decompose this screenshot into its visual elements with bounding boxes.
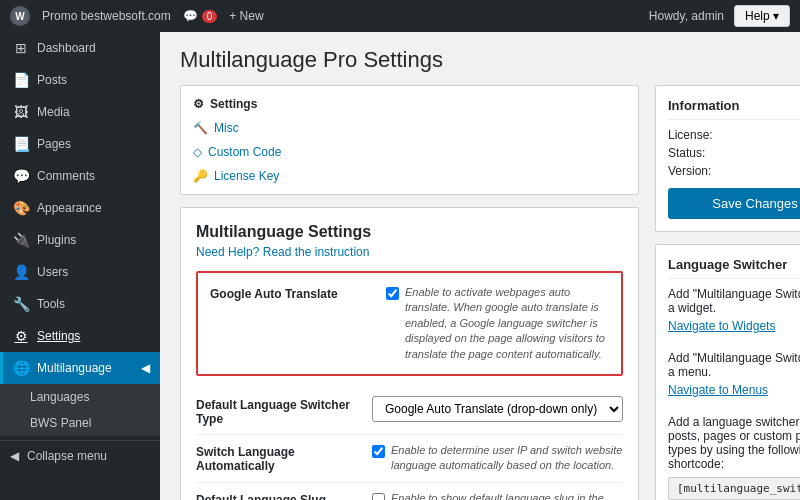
default-language-slug-row: Default Language Slug Enable to show def… xyxy=(196,483,623,500)
multilanguage-submenu: Languages BWS Panel xyxy=(0,384,160,436)
status-row: Status: Active xyxy=(668,146,800,160)
settings-help-text: Need Help? Read the instruction xyxy=(196,245,623,259)
plugins-icon: 🔌 xyxy=(13,232,29,248)
subnav-license-key[interactable]: 🔑 License Key xyxy=(181,164,638,188)
sidebar-item-label: Plugins xyxy=(37,233,76,247)
help-button[interactable]: Help ▾ xyxy=(734,5,790,27)
switch-language-automatically-label: Switch Language Automatically xyxy=(196,443,356,473)
sidebar-item-appearance[interactable]: 🎨 Appearance xyxy=(0,192,160,224)
sidebar-item-tools[interactable]: 🔧 Tools xyxy=(0,288,160,320)
admin-bar-left: W Promo bestwebsoft.com 💬 0 + New xyxy=(10,6,264,26)
subnav-settings-label: Settings xyxy=(210,97,257,111)
google-auto-translate-section: Google Auto Translate Enable to activate… xyxy=(196,271,623,376)
admin-bar-new[interactable]: + New xyxy=(229,9,263,23)
subnav-custom-code-label: Custom Code xyxy=(208,145,281,159)
sidebar-item-pages[interactable]: 📃 Pages xyxy=(0,128,160,160)
navigate-to-widgets-link[interactable]: Navigate to Widgets xyxy=(668,319,775,333)
sidebar-item-posts[interactable]: 📄 Posts xyxy=(0,64,160,96)
page-title: Multilanguage Pro Settings xyxy=(180,47,780,73)
sidebar-item-dashboard[interactable]: ⊞ Dashboard xyxy=(0,32,160,64)
sidebar-item-label: Users xyxy=(37,265,68,279)
content-area: ⚙ Settings 🔨 Misc ◇ Custom Code 🔑 Licens… xyxy=(180,85,780,500)
sidebar-item-label: Dashboard xyxy=(37,41,96,55)
sidebar-subitem-languages[interactable]: Languages xyxy=(0,384,160,410)
sidebar-item-settings[interactable]: ⚙ Settings xyxy=(0,320,160,352)
version-row: Version: 1.3.7 xyxy=(668,164,800,178)
sidebar-item-users[interactable]: 👤 Users xyxy=(0,256,160,288)
settings-box: Multilanguage Settings Need Help? Read t… xyxy=(180,207,639,500)
google-translate-desc: Enable to activate webpages auto transla… xyxy=(405,285,609,362)
sidebar-subitem-bws-panel[interactable]: BWS Panel xyxy=(0,410,160,436)
howdy-label: Howdy, admin xyxy=(649,9,724,23)
subnav-settings[interactable]: ⚙ Settings xyxy=(181,92,638,116)
navigate-to-menus-link[interactable]: Navigate to Menus xyxy=(668,383,768,397)
google-translate-checkbox[interactable] xyxy=(386,287,399,300)
pages-icon: 📃 xyxy=(13,136,29,152)
wp-logo: W xyxy=(10,6,30,26)
collapse-menu-button[interactable]: ◀ Collapse menu xyxy=(0,440,160,471)
sub-nav: ⚙ Settings 🔨 Misc ◇ Custom Code 🔑 Licens… xyxy=(180,85,639,195)
switch-language-desc: Enable to determine user IP and switch w… xyxy=(391,443,623,474)
sidebar-item-comments[interactable]: 💬 Comments xyxy=(0,160,160,192)
collapse-label: Collapse menu xyxy=(27,449,107,463)
collapse-icon: ◀ xyxy=(10,449,19,463)
default-language-switcher-row: Default Language Switcher Type Google Au… xyxy=(196,388,623,435)
posts-icon: 📄 xyxy=(13,72,29,88)
save-changes-button[interactable]: Save Changes xyxy=(668,188,800,219)
settings-icon: ⚙ xyxy=(13,328,29,344)
sidebar-item-multilanguage[interactable]: 🌐 Multilanguage ◀ xyxy=(0,352,160,384)
misc-nav-icon: 🔨 xyxy=(193,121,208,135)
version-label: Version: xyxy=(668,164,711,178)
information-panel: Information License: Pro Status: Active … xyxy=(655,85,800,232)
custom-code-nav-icon: ◇ xyxy=(193,145,202,159)
switch-language-automatically-row: Switch Language Automatically Enable to … xyxy=(196,435,623,483)
default-language-switcher-control: Google Auto Translate (drop-down only) F… xyxy=(372,396,623,422)
status-label: Status: xyxy=(668,146,705,160)
dashboard-icon: ⊞ xyxy=(13,40,29,56)
default-language-slug-desc: Enable to show default language slug in … xyxy=(391,491,623,500)
information-title: Information xyxy=(668,98,800,120)
default-language-slug-control: Enable to show default language slug in … xyxy=(372,491,623,500)
sidebar: ⊞ Dashboard 📄 Posts 🖼 Media 📃 Pages 💬 Co… xyxy=(0,32,160,500)
subnav-misc[interactable]: 🔨 Misc xyxy=(181,116,638,140)
license-label: License: xyxy=(668,128,713,142)
admin-bar-site-name[interactable]: Promo bestwebsoft.com xyxy=(42,9,171,23)
sidebar-item-label: Pages xyxy=(37,137,71,151)
settings-section-title: Multilanguage Settings xyxy=(196,223,623,241)
settings-nav-icon: ⚙ xyxy=(193,97,204,111)
language-switcher-panel: Language Switcher Add "Multilanguage Swi… xyxy=(655,244,800,500)
admin-bar-right: Howdy, admin Help ▾ xyxy=(649,5,790,27)
sidebar-item-label: Settings xyxy=(37,329,80,343)
default-language-switcher-label: Default Language Switcher Type xyxy=(196,396,356,426)
sidebar-item-label: Multilanguage xyxy=(37,361,112,375)
users-icon: 👤 xyxy=(13,264,29,280)
content-left: ⚙ Settings 🔨 Misc ◇ Custom Code 🔑 Licens… xyxy=(180,85,639,500)
read-instruction-link[interactable]: Read the instruction xyxy=(263,245,370,259)
main-content: Multilanguage Pro Settings ⚙ Settings 🔨 … xyxy=(160,32,800,500)
sidebar-item-label: Posts xyxy=(37,73,67,87)
switch-language-checkbox[interactable] xyxy=(372,445,385,458)
subnav-custom-code[interactable]: ◇ Custom Code xyxy=(181,140,638,164)
language-switcher-desc3: Add a language switcher to your posts, p… xyxy=(668,415,800,471)
default-language-slug-checkbox[interactable] xyxy=(372,493,385,500)
default-language-switcher-select[interactable]: Google Auto Translate (drop-down only) F… xyxy=(372,396,623,422)
default-language-slug-checkbox-row: Enable to show default language slug in … xyxy=(372,491,623,500)
switch-language-automatically-control: Enable to determine user IP and switch w… xyxy=(372,443,623,474)
layout: ⊞ Dashboard 📄 Posts 🖼 Media 📃 Pages 💬 Co… xyxy=(0,32,800,500)
sidebar-item-label: Media xyxy=(37,105,70,119)
admin-bar: W Promo bestwebsoft.com 💬 0 + New Howdy,… xyxy=(0,0,800,32)
appearance-icon: 🎨 xyxy=(13,200,29,216)
sidebar-item-plugins[interactable]: 🔌 Plugins xyxy=(0,224,160,256)
sidebar-item-label: Comments xyxy=(37,169,95,183)
license-key-nav-icon: 🔑 xyxy=(193,169,208,183)
multilanguage-icon: 🌐 xyxy=(13,360,29,376)
license-row: License: Pro xyxy=(668,128,800,142)
default-language-slug-label: Default Language Slug xyxy=(196,491,356,500)
shortcode-box: [multilanguage_switcher] xyxy=(668,477,800,500)
google-translate-checkbox-row: Enable to activate webpages auto transla… xyxy=(386,285,609,362)
sidebar-item-media[interactable]: 🖼 Media xyxy=(0,96,160,128)
language-switcher-title: Language Switcher xyxy=(668,257,800,279)
switch-language-checkbox-row: Enable to determine user IP and switch w… xyxy=(372,443,623,474)
subnav-license-key-label: License Key xyxy=(214,169,279,183)
admin-bar-comments[interactable]: 💬 0 xyxy=(183,9,218,23)
